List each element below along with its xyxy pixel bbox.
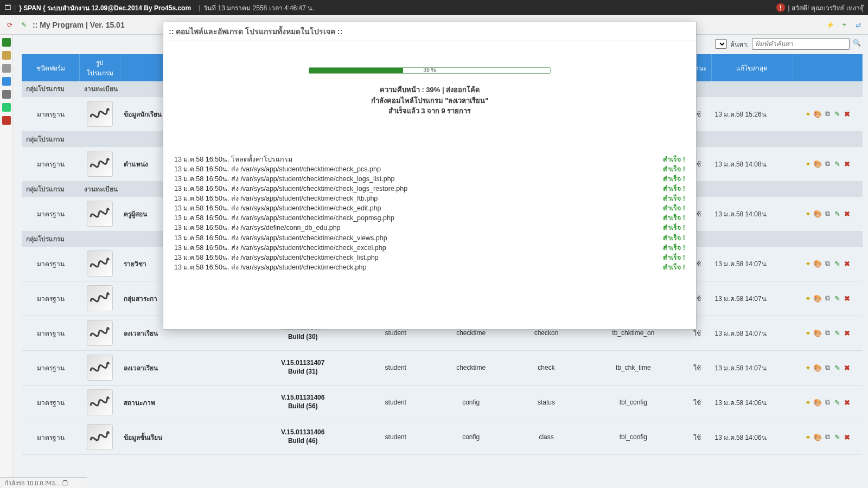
log-row: 13 ม.ค.58 16:50น. ส่ง /var/sys/app/stude… — [174, 253, 685, 262]
progress-line-2: กำลังคอมไพล์โปรแกรม "ลงเวลาเรียน" — [169, 95, 691, 106]
log-row: 13 ม.ค.58 16:50น. ส่ง /var/sys/app/stude… — [174, 194, 685, 203]
progress-bar: 39 % — [309, 67, 551, 74]
log-status-ok: สำเร็จ ! — [663, 253, 685, 262]
log-status-ok: สำเร็จ ! — [663, 262, 685, 272]
log-line: 13 ม.ค.58 16:50น. ส่ง /var/sys/app/stude… — [174, 203, 381, 213]
log-row: 13 ม.ค.58 16:50น. ส่ง /var/sys/app/stude… — [174, 243, 685, 253]
progress-text: ความคืบหน้า : 39% | ส่งออกโค้ด กำลังคอมไ… — [169, 85, 691, 117]
log-line: 13 ม.ค.58 16:50น. ส่ง /var/sys/app/stude… — [174, 184, 407, 194]
log-row: 13 ม.ค.58 16:50น. ส่ง /var/sys/app/stude… — [174, 184, 685, 194]
log-row: 13 ม.ค.58 16:50น. ส่ง /var/sys/app/stude… — [174, 203, 685, 213]
log-status-ok: สำเร็จ ! — [663, 213, 685, 223]
status-text: กำลังรอ 10.0.0.243... — [4, 478, 60, 488]
log-status-ok: สำเร็จ ! — [663, 194, 685, 203]
log-row: 13 ม.ค.58 16:50น. ส่ง /var/sys/app/stude… — [174, 262, 685, 272]
log-status-ok: สำเร็จ ! — [663, 164, 685, 174]
log-line: 13 ม.ค.58 16:50น. ส่ง /var/sys/app/stude… — [174, 164, 381, 174]
progress-line-1: ความคืบหน้า : 39% | ส่งออกโค้ด — [169, 85, 691, 95]
log-line: 13 ม.ค.58 16:50น. ส่ง /var/sys/app/stude… — [174, 243, 386, 253]
log-status-ok: สำเร็จ ! — [663, 184, 685, 194]
compile-log: 13 ม.ค.58 16:50น. โหลดตั้งค่าโปรแกรมสำเร… — [169, 155, 691, 273]
modal-title: :: คอมไพล์และอัพเกรด โปรแกรมทั้งหมดในโปร… — [163, 22, 696, 41]
log-line: 13 ม.ค.58 16:50น. ส่ง /var/sys/app/stude… — [174, 213, 394, 223]
log-line: 13 ม.ค.58 16:50น. ส่ง /var/sys/define/co… — [174, 223, 341, 233]
log-line: 13 ม.ค.58 16:50น. ส่ง /var/sys/app/stude… — [174, 233, 387, 243]
log-line: 13 ม.ค.58 16:50น. ส่ง /var/sys/app/stude… — [174, 262, 366, 272]
log-row: 13 ม.ค.58 16:50น. ส่ง /var/sys/app/stude… — [174, 233, 685, 243]
log-line: 13 ม.ค.58 16:50น. โหลดตั้งค่าโปรแกรม — [174, 155, 292, 164]
log-status-ok: สำเร็จ ! — [663, 155, 685, 164]
compile-modal: :: คอมไพล์และอัพเกรด โปรแกรมทั้งหมดในโปร… — [163, 22, 697, 330]
log-line: 13 ม.ค.58 16:50น. ส่ง /var/sys/app/stude… — [174, 194, 378, 203]
progress-percent-label: 39 % — [309, 67, 550, 74]
log-row: 13 ม.ค.58 16:50น. ส่ง /var/sys/app/stude… — [174, 164, 685, 174]
log-status-ok: สำเร็จ ! — [663, 233, 685, 243]
log-row: 13 ม.ค.58 16:50น. ส่ง /var/sys/app/stude… — [174, 174, 685, 184]
log-status-ok: สำเร็จ ! — [663, 203, 685, 213]
log-status-ok: สำเร็จ ! — [663, 223, 685, 233]
log-line: 13 ม.ค.58 16:50น. ส่ง /var/sys/app/stude… — [174, 174, 395, 184]
log-row: 13 ม.ค.58 16:50น. โหลดตั้งค่าโปรแกรมสำเร… — [174, 155, 685, 164]
progress-line-3: สำเร็จแล้ว 3 จาก 9 รายการ — [169, 106, 691, 117]
log-row: 13 ม.ค.58 16:50น. ส่ง /var/sys/define/co… — [174, 223, 685, 233]
log-row: 13 ม.ค.58 16:50น. ส่ง /var/sys/app/stude… — [174, 213, 685, 223]
log-line: 13 ม.ค.58 16:50น. ส่ง /var/sys/app/stude… — [174, 253, 379, 262]
spinner-icon — [62, 480, 68, 486]
status-bar: กำลังรอ 10.0.0.243... — [0, 477, 87, 488]
log-status-ok: สำเร็จ ! — [663, 174, 685, 184]
log-status-ok: สำเร็จ ! — [663, 243, 685, 253]
